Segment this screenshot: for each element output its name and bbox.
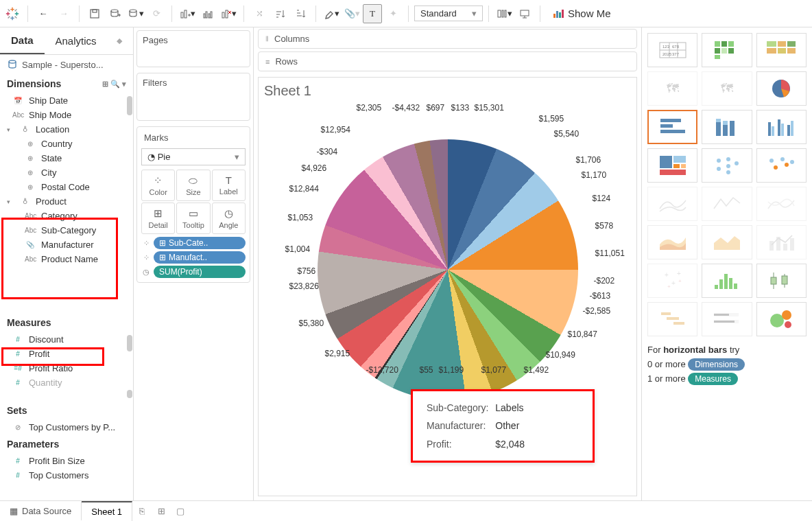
show-me-button[interactable]: Show Me (546, 5, 618, 22)
field-top-customers-set[interactable]: ⊘Top Customers by P... (0, 420, 133, 435)
sm-line-continuous[interactable] (647, 187, 697, 221)
dimensions-scroll-thumb[interactable] (127, 96, 132, 115)
new-datasource-button[interactable] (106, 4, 125, 23)
sm-scatter[interactable]: +++++ (647, 264, 697, 298)
new-story-tab-button[interactable]: ▢ (171, 506, 190, 516)
presentation-button[interactable] (515, 4, 534, 23)
new-dashboard-tab-button[interactable]: ⊞ (152, 506, 171, 516)
field-state[interactable]: ⊕State (0, 151, 133, 165)
refresh-button[interactable]: ⟳ (147, 4, 166, 23)
sm-stacked-bar[interactable] (702, 110, 752, 144)
field-product[interactable]: ▾♁Product (0, 194, 133, 209)
sm-highlight-table[interactable] (756, 33, 807, 67)
marks-tooltip-button[interactable]: ▭Tooltip (176, 202, 210, 234)
svg-point-72 (790, 160, 794, 164)
sm-line-discrete[interactable] (702, 187, 752, 221)
field-city[interactable]: ⊕City (0, 165, 133, 180)
duplicate-sheet-button[interactable] (198, 4, 217, 23)
field-postal-code[interactable]: ⊕Postal Code (0, 180, 133, 194)
labels-toggle-button[interactable]: T (363, 4, 382, 23)
forward-button[interactable]: → (54, 4, 73, 23)
field-ship-date[interactable]: 📅Ship Date (0, 93, 133, 108)
analytics-tab[interactable]: Analytics◆ (45, 27, 133, 54)
sheet-canvas[interactable]: Sheet 1 $2,305 -$4,432 $697 $133 $15,301… (258, 77, 637, 496)
field-product-name[interactable]: AbcProduct Name (0, 252, 133, 266)
new-worksheet-tab-button[interactable]: ⎘ (132, 506, 152, 516)
show-cards-button[interactable]: ▾ (494, 4, 514, 23)
field-sub-category[interactable]: AbcSub-Category (0, 223, 133, 238)
field-manufacturer[interactable]: 📎Manufacturer (0, 238, 133, 252)
pie-label: $10,949 (546, 350, 575, 360)
field-discount[interactable]: #Discount (0, 332, 133, 347)
sm-gantt[interactable] (647, 302, 697, 336)
back-button[interactable]: ← (34, 4, 53, 23)
sm-dual-combination[interactable] (756, 225, 807, 259)
field-quantity[interactable]: #Quantity (0, 375, 133, 390)
group-button[interactable]: 📎▾ (342, 4, 361, 23)
sort-desc-button[interactable] (291, 4, 310, 23)
sm-horizontal-bar[interactable] (647, 110, 697, 144)
measures-scroll-thumb-top[interactable] (127, 335, 132, 351)
field-profit-bin-size[interactable]: #Profit Bin Size (0, 454, 133, 468)
sm-bullet[interactable] (702, 302, 752, 336)
svg-point-64 (726, 157, 730, 161)
svg-point-63 (717, 167, 721, 171)
field-profit-ratio[interactable]: =#Profit Ratio (0, 361, 133, 375)
clear-sheet-button[interactable]: ▾ (219, 4, 238, 23)
fit-dropdown[interactable]: Standard▾ (414, 5, 483, 21)
sm-area-continuous[interactable] (647, 225, 697, 259)
mark-type-dropdown[interactable]: ◔ Pie▾ (141, 148, 246, 165)
sm-symbol-map[interactable]: 🗺 (647, 71, 697, 106)
pill-sum-profit[interactable]: SUM(Profit) (154, 266, 246, 278)
filters-shelf[interactable]: Filters (136, 73, 250, 121)
sm-heat-map[interactable] (702, 33, 752, 67)
marks-label-button[interactable]: TLabel (212, 170, 246, 201)
marks-detail-button[interactable]: ⊞Detail (141, 202, 175, 234)
svg-rect-45 (660, 130, 685, 133)
pie-chart[interactable] (318, 139, 578, 400)
field-category[interactable]: AbcCategory (0, 209, 133, 223)
sm-circle-views[interactable] (702, 148, 752, 183)
pages-shelf[interactable]: Pages (136, 30, 250, 67)
marks-size-button[interactable]: ⬭Size (176, 170, 210, 201)
svg-rect-44 (660, 124, 673, 128)
sm-area-discrete[interactable] (702, 225, 752, 259)
sm-pie[interactable] (756, 71, 807, 106)
svg-rect-47 (716, 119, 721, 122)
sm-text-table[interactable]: 1236782025377 (647, 33, 697, 67)
pin-button[interactable]: ✦ (383, 4, 403, 23)
measures-scroll-thumb-bot[interactable] (127, 390, 132, 398)
tableau-logo-icon[interactable] (3, 4, 22, 23)
swap-button[interactable]: ⤭ (250, 4, 269, 23)
columns-shelf[interactable]: ⦀Columns (258, 29, 637, 49)
pill-subcategory[interactable]: ⊞Sub-Cate.. (154, 237, 246, 249)
marks-color-button[interactable]: ⁘Color (141, 170, 175, 201)
sort-asc-button[interactable] (270, 4, 289, 23)
datasource-name[interactable]: Sample - Supersto... (0, 55, 133, 74)
sm-packed-bubbles[interactable] (756, 302, 807, 336)
new-worksheet-button[interactable]: ▾ (178, 4, 197, 23)
field-ship-mode[interactable]: AbcShip Mode (0, 108, 133, 122)
sm-side-by-side-circle[interactable] (756, 148, 807, 183)
sm-side-by-side-bar[interactable] (756, 110, 807, 144)
datasource-tab[interactable]: ▦Data Source (0, 502, 82, 520)
rows-shelf[interactable]: ≡Rows (258, 51, 637, 71)
sheet-title[interactable]: Sheet 1 (264, 83, 631, 99)
field-country[interactable]: ⊕Country (0, 137, 133, 151)
marks-angle-button[interactable]: ◷Angle (212, 202, 246, 234)
field-profit[interactable]: #Profit (0, 347, 133, 361)
highlight-button[interactable]: ▾ (322, 4, 341, 23)
sm-box-plot[interactable] (756, 264, 807, 298)
autoupdate-button[interactable]: ▾ (126, 4, 145, 23)
sm-dual-line[interactable] (756, 187, 807, 221)
sm-filled-map[interactable]: 🗺 (702, 71, 752, 106)
save-button[interactable] (85, 4, 104, 23)
show-me-panel: 1236782025377 🗺 🗺 +++++ For hor (642, 27, 812, 500)
field-location[interactable]: ▾♁Location (0, 122, 133, 137)
field-top-customers-param[interactable]: #Top Customers (0, 468, 133, 483)
sm-histogram[interactable] (702, 264, 752, 298)
sm-treemap[interactable] (647, 148, 697, 183)
sheet1-tab[interactable]: Sheet 1 (82, 501, 132, 521)
data-tab[interactable]: Data (0, 27, 45, 54)
pill-manufacturer[interactable]: ⊞Manufact.. (154, 251, 246, 264)
